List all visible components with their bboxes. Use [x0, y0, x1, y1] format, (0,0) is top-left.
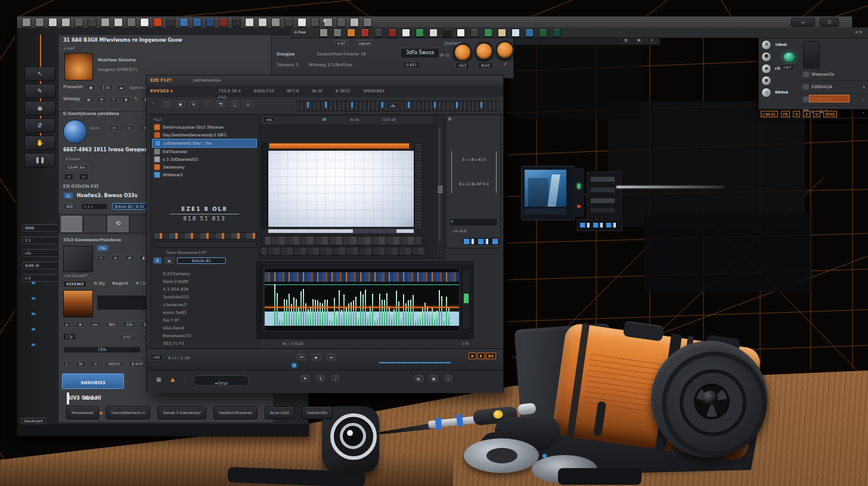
row1-chip[interactable]: ▣: [86, 84, 96, 91]
image-icon[interactable]: ▣: [176, 101, 185, 107]
toolbar-icon[interactable]: [114, 18, 123, 27]
monitor-icon[interactable]: 🖵: [162, 101, 172, 107]
row2-chip[interactable]: ♟: [122, 96, 131, 102]
toolbar-icon[interactable]: [22, 18, 31, 27]
canvas-hscroll[interactable]: [268, 229, 414, 233]
vy-a[interactable]: G?s?: [120, 334, 134, 340]
toolbar-icon[interactable]: [297, 18, 306, 27]
bottom-tab[interactable]: Gwswt 3-Gwbswswyr: [157, 406, 206, 419]
menu-item[interactable]: 8s W: [312, 89, 322, 94]
toolbar-icon[interactable]: [258, 18, 267, 27]
rail-pill[interactable]: 8888: [22, 224, 60, 232]
toolbar-icon[interactable]: [363, 18, 372, 27]
toolbar-icon[interactable]: [374, 29, 383, 37]
orange-tab[interactable]: F8: [781, 111, 790, 117]
mid-chip-b[interactable]: Ligsam: [355, 40, 374, 46]
hscroll-handle[interactable]: [353, 229, 396, 233]
marker-icon[interactable]: ⚑: [300, 375, 309, 382]
rail-button[interactable]: ↖: [24, 67, 55, 81]
material-sphere[interactable]: [63, 120, 87, 144]
toolbar-icon[interactable]: [153, 18, 162, 27]
window-button[interactable]: ❒: [820, 18, 839, 27]
library-tag-pill[interactable]: G3/4F,3ss: [64, 164, 88, 170]
toolbar-icon[interactable]: [484, 29, 492, 37]
mid-row-b1[interactable]: Gswgjsw: [277, 52, 295, 57]
library-thumbnail[interactable]: [64, 53, 93, 80]
library-item-title[interactable]: Msslrfww Gslzsma: [98, 58, 136, 63]
toolbar-icon[interactable]: [232, 18, 241, 27]
library-chip[interactable]: ▸: [63, 321, 71, 328]
bottom-tab[interactable]: Swlwbsk3tswwsws: [213, 406, 258, 419]
toolbar-icon[interactable]: [206, 18, 215, 27]
rail-pill[interactable]: 3 1: [22, 236, 60, 244]
sec4-tag[interactable]: F3s: [97, 245, 108, 251]
pill-input[interactable]: =?7/'s?: [193, 375, 249, 386]
knob-check-icon[interactable]: ✓: [503, 61, 508, 67]
table-icon[interactable]: ▤: [414, 375, 423, 382]
toolbar-icon[interactable]: [193, 18, 202, 27]
orange-tab[interactable]: 3: [803, 111, 810, 117]
camera-icon[interactable]: 📷: [216, 101, 227, 107]
toolbar-icon[interactable]: [35, 18, 44, 27]
blue-icon-chip[interactable]: 8: [153, 257, 162, 264]
toolbar-icon[interactable]: [127, 18, 136, 27]
row1-chip[interactable]: ☁: [116, 84, 126, 91]
menu-item[interactable]: 8 3833: [336, 89, 351, 94]
row1-chip[interactable]: 1-3s: [99, 84, 113, 91]
refresh-icon[interactable]: ⟳: [110, 124, 119, 131]
list-item[interactable]: G.E33wlswsy: [163, 272, 252, 279]
small-chip[interactable]: 3s: [76, 360, 86, 367]
bottom-tab[interactable]: Pwswwwswt: [66, 406, 99, 419]
knob-dial[interactable]: [475, 42, 494, 61]
rail-pill[interactable]: 8s88 s8: [22, 261, 60, 269]
toolbar-icon[interactable]: [166, 18, 175, 27]
list-item[interactable]: v3wsw.sw3: [163, 303, 252, 310]
mid-chip-a[interactable]: 4 A?: [334, 40, 348, 46]
canvas-area[interactable]: [268, 150, 414, 228]
small-chip[interactable]: 8.4s3?: [129, 360, 147, 367]
search-button[interactable]: ⚯: [791, 18, 815, 27]
tree-item[interactable]: Gsy.Gwddwsdwswswsdy3 GB3: [152, 131, 257, 139]
toolbar-icon[interactable]: [333, 29, 342, 37]
orange-tab[interactable]: V: [813, 111, 820, 117]
list-item[interactable]: 4.3.3G4.838: [163, 287, 252, 295]
toolbar-icon[interactable]: [311, 18, 320, 27]
library-sec4-thumb[interactable]: [63, 246, 93, 272]
toolbar-icon[interactable]: [347, 29, 355, 37]
toolbar-icon[interactable]: [443, 29, 451, 37]
rail-pill[interactable]: s3s: [22, 249, 60, 257]
right-tool-row[interactable]: ◎ 8DHs4: [761, 88, 798, 97]
small-chip[interactable]: (|: [91, 360, 100, 367]
menu-item[interactable]: WWW.863: [363, 89, 385, 94]
orange-tab[interactable]: X: [793, 111, 800, 117]
tree-item[interactable]: s 3 3dGswswsG3: [152, 155, 257, 163]
doc-icon[interactable]: ▯: [444, 375, 452, 382]
rail-button[interactable]: ✎: [24, 84, 55, 98]
toolbar-icon[interactable]: [61, 18, 70, 27]
toolbar-icon[interactable]: [388, 29, 396, 37]
row2-chip[interactable]: ◔: [97, 96, 106, 102]
right-row[interactable]: S3GS42|A s: [801, 81, 867, 94]
row2-pen-icon[interactable]: ✎: [134, 96, 138, 101]
rail-button[interactable]: ⇵: [24, 119, 55, 133]
list-item[interactable]: wwsv.3w83: [163, 310, 252, 318]
shield-icon[interactable]: ♘: [203, 101, 212, 107]
prev-icon[interactable]: ⏮: [297, 354, 306, 360]
subpanel-pin-icon[interactable]: ◘: [448, 117, 451, 121]
grid2-icon[interactable]: ▦: [429, 375, 439, 382]
tree-item[interactable]: 3wswswsy: [152, 163, 257, 171]
list-item[interactable]: Gwsv3 8s88: [163, 279, 252, 287]
note-icon[interactable]: ♪: [331, 375, 340, 382]
canvas-right-ticks[interactable]: [414, 143, 423, 229]
list-item[interactable]: Bwswswsw33: [163, 334, 252, 341]
blue-selected-button[interactable]: SHSIVEIS3: [62, 373, 124, 389]
right-tool-row[interactable]: ⌘ 1WnG: [761, 40, 798, 49]
list-item[interactable]: 3yssb4w333: [163, 295, 252, 303]
menu-item[interactable]: 6483/733: [254, 89, 274, 94]
toolbar-icon[interactable]: [470, 29, 479, 37]
toolbar-icon[interactable]: [245, 18, 254, 27]
film-frame[interactable]: [84, 216, 106, 232]
gpu-icon-chip[interactable]: G|: [63, 192, 73, 199]
tree-item[interactable]: GwslnvsLsyssw Gls3 3Nswsw: [152, 123, 257, 131]
toolbar-icon[interactable]: [48, 18, 57, 27]
